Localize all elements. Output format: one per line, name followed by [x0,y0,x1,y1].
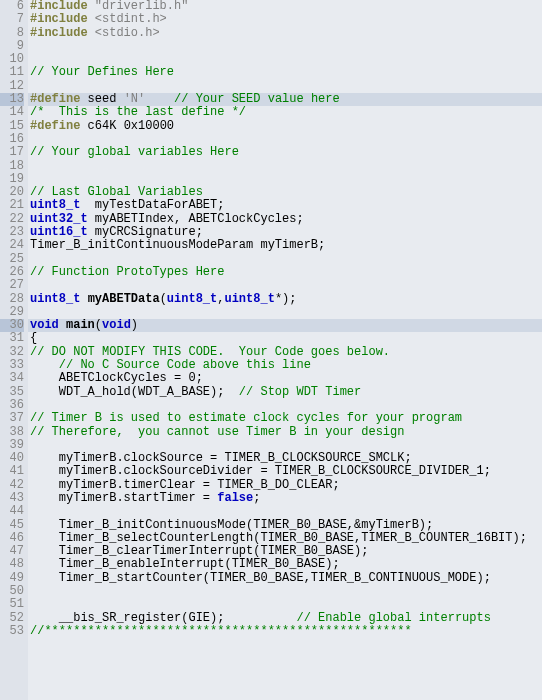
line-number: 45 [0,519,24,532]
code-token [88,26,95,40]
code-line[interactable] [28,80,542,93]
code-token: #include [30,26,88,40]
code-line[interactable]: // Last Global Variables [28,186,542,199]
code-token: <stdint.h> [95,12,167,26]
code-token: void [102,318,131,332]
code-line[interactable]: #include "driverlib.h" [28,0,542,13]
code-token: void [30,318,59,332]
line-number: 42 [0,479,24,492]
code-line[interactable]: Timer_B_initContinuousMode(TIMER_B0_BASE… [28,519,542,532]
code-line[interactable] [28,306,542,319]
code-line[interactable]: void main(void) [28,319,542,332]
code-token: // Your global variables Here [30,145,239,159]
code-line[interactable]: myTimerB.clockSource = TIMER_B_CLOCKSOUR… [28,452,542,465]
line-number: 36 [0,399,24,412]
line-number: 13 [0,93,24,106]
code-token: Timer_B_initContinuousMode(TIMER_B0_BASE… [30,518,433,532]
line-number: 41 [0,465,24,478]
line-number: 38 [0,426,24,439]
code-token: // Timer B is used to estimate clock cyc… [30,411,462,425]
code-token: uint8_t [30,292,80,306]
code-token: myTimerB.timerClear = TIMER_B_DO_CLEAR; [30,478,340,492]
line-number-gutter: 6789101112131415161718192021222324252627… [0,0,28,700]
code-line[interactable]: // DO NOT MODIFY THIS CODE. Your Code go… [28,346,542,359]
code-line[interactable]: // Therefore, you cannot use Timer B in … [28,426,542,439]
code-line[interactable] [28,505,542,518]
code-token [145,92,174,106]
code-token: /* This is the last define */ [30,105,246,119]
line-number: 9 [0,40,24,53]
code-token: myABETData [88,292,160,306]
code-line[interactable]: Timer_B_initContinuousModeParam myTimerB… [28,239,542,252]
code-line[interactable]: uint8_t myTestDataForABET; [28,199,542,212]
code-token: myCRCSignature; [88,225,203,239]
code-line[interactable]: myTimerB.timerClear = TIMER_B_DO_CLEAR; [28,479,542,492]
code-token: uint8_t [30,198,80,212]
line-number: 8 [0,27,24,40]
code-line[interactable] [28,598,542,611]
line-number: 50 [0,585,24,598]
code-line[interactable]: #include <stdio.h> [28,27,542,40]
code-line[interactable] [28,173,542,186]
line-number: 16 [0,133,24,146]
code-line[interactable]: // No C Source Code above this line [28,359,542,372]
code-line[interactable]: #define seed 'N' // Your SEED value here [28,93,542,106]
code-line[interactable]: // Your global variables Here [28,146,542,159]
code-line[interactable]: ABETClockCycles = 0; [28,372,542,385]
line-number: 19 [0,173,24,186]
code-token: // Your SEED value here [174,92,340,106]
code-line[interactable]: myTimerB.startTimer = false; [28,492,542,505]
line-number: 48 [0,558,24,571]
code-line[interactable] [28,53,542,66]
code-line[interactable]: /* This is the last define */ [28,106,542,119]
code-line[interactable]: { [28,332,542,345]
code-token: ( [160,292,167,306]
code-line[interactable]: uint16_t myCRCSignature; [28,226,542,239]
code-line[interactable]: myTimerB.clockSourceDivider = TIMER_B_CL… [28,465,542,478]
code-area[interactable]: #include "driverlib.h"#include <stdint.h… [28,0,542,700]
code-token: *); [275,292,297,306]
code-line[interactable] [28,399,542,412]
code-line[interactable] [28,253,542,266]
code-line[interactable] [28,439,542,452]
code-token: Timer_B_startCounter(TIMER_B0_BASE,TIMER… [30,571,491,585]
code-line[interactable] [28,160,542,173]
code-line[interactable]: #include <stdint.h> [28,13,542,26]
code-token: c64K [80,119,123,133]
code-line[interactable] [28,133,542,146]
line-number: 11 [0,66,24,79]
code-line[interactable]: //**************************************… [28,625,542,638]
code-line[interactable] [28,40,542,53]
line-number: 17 [0,146,24,159]
line-number: 32 [0,346,24,359]
code-token: // Last Global Variables [30,185,203,199]
code-editor[interactable]: 6789101112131415161718192021222324252627… [0,0,542,700]
line-number: 30 [0,319,24,332]
code-token: Timer_B_initContinuousModeParam myTimerB… [30,238,325,252]
code-token: // No C Source Code above this line [59,358,311,372]
code-line[interactable] [28,585,542,598]
code-token: { [30,331,37,345]
code-line[interactable]: __bis_SR_register(GIE); // Enable global… [28,612,542,625]
line-number: 22 [0,213,24,226]
code-token: main [66,318,95,332]
code-line[interactable]: #define c64K 0x10000 [28,120,542,133]
line-number: 49 [0,572,24,585]
code-line[interactable]: Timer_B_clearTimerInterrupt(TIMER_B0_BAS… [28,545,542,558]
code-line[interactable]: Timer_B_startCounter(TIMER_B0_BASE,TIMER… [28,572,542,585]
code-token: uint16_t [30,225,88,239]
line-number: 18 [0,160,24,173]
line-number: 43 [0,492,24,505]
code-line[interactable]: WDT_A_hold(WDT_A_BASE); // Stop WDT Time… [28,386,542,399]
code-line[interactable]: // Your Defines Here [28,66,542,79]
code-line[interactable]: uint32_t myABETIndex, ABETClockCycles; [28,213,542,226]
code-line[interactable] [28,279,542,292]
code-line[interactable]: Timer_B_selectCounterLength(TIMER_B0_BAS… [28,532,542,545]
code-line[interactable]: // Function ProtoTypes Here [28,266,542,279]
code-line[interactable]: // Timer B is used to estimate clock cyc… [28,412,542,425]
line-number: 23 [0,226,24,239]
code-line[interactable]: Timer_B_enableInterrupt(TIMER_B0_BASE); [28,558,542,571]
code-line[interactable]: uint8_t myABETData(uint8_t,uint8_t*); [28,293,542,306]
code-token [88,12,95,26]
code-token: uint8_t [167,292,217,306]
